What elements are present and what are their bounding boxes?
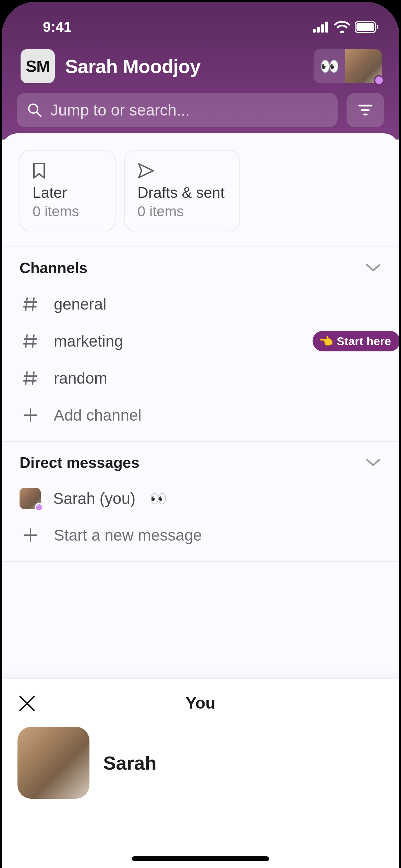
close-icon — [17, 694, 37, 713]
sheet-body: Sarah — [2, 727, 399, 799]
filter-icon — [358, 104, 373, 117]
profile-avatar[interactable] — [345, 49, 382, 83]
svg-rect-0 — [313, 29, 316, 33]
status-icons — [313, 21, 379, 33]
hash-icon — [22, 333, 39, 349]
status-bar: 9:41 — [2, 12, 399, 46]
battery-icon — [355, 21, 379, 33]
start-here-badge[interactable]: 👈 Start here — [313, 331, 399, 351]
dm-avatar — [20, 488, 41, 509]
drafts-card[interactable]: Drafts & sent 0 items — [124, 150, 240, 231]
close-button[interactable] — [17, 694, 37, 714]
svg-rect-3 — [325, 22, 328, 33]
search-placeholder: Jump to or search... — [50, 101, 190, 119]
start-new-message-button[interactable]: Start a new message — [20, 517, 381, 561]
eyes-icon: 👀 — [150, 491, 167, 507]
dms-section: Direct messages Sarah (you) 👀 Start a ne… — [2, 442, 399, 562]
dms-title: Direct messages — [20, 454, 139, 471]
channel-general[interactable]: general — [20, 286, 381, 323]
plus-icon — [22, 527, 39, 543]
dms-header[interactable]: Direct messages — [20, 454, 381, 480]
chevron-down-icon — [365, 263, 381, 273]
start-message-label: Start a new message — [54, 526, 202, 544]
cellular-icon — [313, 22, 329, 33]
start-here-label: Start here — [337, 335, 391, 348]
sheet-header: You — [2, 679, 399, 727]
channels-section: Channels general marketing 👈 Start here — [2, 247, 399, 442]
svg-rect-5 — [356, 23, 374, 31]
quick-cards-row: Later 0 items Drafts & sent 0 items — [2, 133, 399, 247]
add-channel-label: Add channel — [54, 406, 142, 424]
svg-rect-2 — [321, 24, 324, 33]
channel-label: marketing — [54, 332, 123, 350]
channel-marketing[interactable]: marketing 👈 Start here — [20, 323, 381, 360]
svg-line-8 — [37, 112, 41, 116]
dm-self[interactable]: Sarah (you) 👀 — [20, 480, 381, 517]
plus-icon — [22, 407, 39, 423]
sheet-avatar[interactable] — [17, 727, 89, 799]
channels-header[interactable]: Channels — [20, 260, 381, 286]
send-icon — [137, 162, 155, 179]
hash-icon — [22, 296, 39, 312]
channel-label: random — [54, 369, 107, 387]
drafts-title: Drafts & sent — [137, 184, 224, 201]
profile-sheet: You Sarah — [2, 679, 399, 868]
workspace-name[interactable]: Sarah Moodjoy — [65, 55, 314, 77]
sheet-title: You — [185, 694, 215, 712]
search-input[interactable]: Jump to or search... — [17, 93, 338, 127]
drafts-subtitle: 0 items — [137, 203, 224, 220]
dm-self-label: Sarah (you) — [53, 489, 135, 508]
app-header: 9:41 SM Sarah Moodjoy 👀 — [2, 2, 399, 140]
svg-rect-1 — [317, 27, 320, 33]
channel-label: general — [54, 295, 106, 313]
later-title: Later — [33, 184, 100, 201]
workspace-badge[interactable]: SM — [21, 49, 55, 83]
home-indicator[interactable] — [132, 856, 269, 861]
wifi-icon — [334, 21, 350, 33]
sheet-user-name: Sarah — [103, 752, 157, 774]
filter-button[interactable] — [347, 93, 384, 127]
presence-indicator — [374, 75, 384, 85]
chevron-down-icon — [365, 458, 381, 468]
hash-icon — [22, 370, 39, 386]
later-subtitle: 0 items — [33, 203, 100, 220]
channels-title: Channels — [20, 260, 87, 277]
later-card[interactable]: Later 0 items — [20, 150, 116, 231]
add-channel-button[interactable]: Add channel — [20, 397, 381, 441]
status-emoji-button[interactable]: 👀 — [314, 49, 345, 83]
search-icon — [27, 103, 42, 118]
pointing-hand-icon: 👈 — [319, 334, 333, 348]
svg-rect-6 — [377, 25, 378, 29]
channel-random[interactable]: random — [20, 360, 381, 397]
presence-indicator — [35, 503, 44, 512]
status-time: 9:41 — [43, 19, 72, 35]
bookmark-icon — [33, 162, 46, 179]
